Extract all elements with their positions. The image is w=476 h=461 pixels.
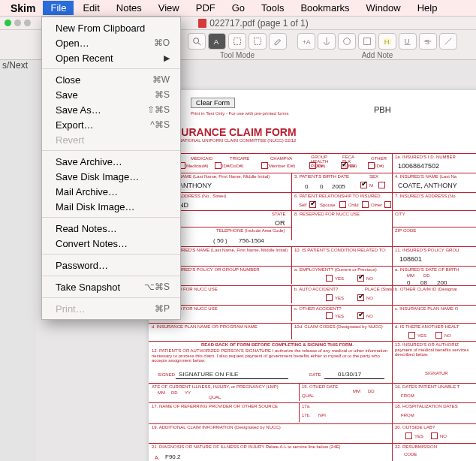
menu-close[interactable]: Close⌘W [42, 72, 180, 87]
note-box-button[interactable] [358, 33, 376, 50]
checkbox-tricare[interactable] [215, 162, 221, 169]
label-unable: 16. DATES PATIENT UNABLE T [395, 384, 459, 389]
label-diagnosis: 21. DIAGNOSIS OR NATURE OF ILLNESS OR IN… [152, 444, 341, 449]
menu-tools[interactable]: Tools [254, 1, 291, 15]
menu-save-archive[interactable]: Save Archive… [42, 154, 180, 169]
checkbox-sex-m[interactable] [360, 182, 367, 188]
label-state: STATE [272, 212, 285, 216]
label-hosp: 18. HOSPITALIZATION DATES [395, 404, 458, 408]
menu-open-recent[interactable]: Open Recent▶ [42, 50, 180, 65]
label-place: PLACE (State) [365, 287, 394, 291]
value-dd: 0 [320, 183, 323, 190]
label-other-insured: URED'S NAME (Last Name, First Name, Midd… [179, 248, 288, 252]
note-anchor-button[interactable] [318, 33, 336, 50]
label-birth: 3. PATIENT'S BIRTH DATE [294, 174, 349, 179]
menu-new-from-clipboard[interactable]: New From Clipboard [42, 20, 180, 35]
label-champva: CHAMPVA [270, 156, 292, 161]
note-circle-button[interactable] [338, 33, 356, 50]
menu-open[interactable]: Open…⌘O [42, 35, 180, 50]
checkbox-feca[interactable] [341, 162, 348, 169]
checkbox-auto-yes[interactable] [326, 294, 333, 301]
svg-rect-9 [384, 39, 392, 45]
traffic-min-icon[interactable] [14, 20, 21, 26]
menu-window[interactable]: Window [358, 1, 408, 15]
note-strikeout-button[interactable]: S [419, 33, 437, 50]
label-spouse: Spouse [320, 203, 335, 207]
menu-view[interactable]: View [151, 1, 187, 15]
note-highlight-button[interactable]: H [378, 33, 396, 50]
menu-help[interactable]: Help [410, 1, 445, 15]
app-name[interactable]: Skim [5, 2, 41, 14]
value-state: OR [275, 219, 285, 227]
value-yy: 2005 [332, 183, 345, 190]
menu-edit[interactable]: Edit [75, 1, 107, 15]
checkbox-self[interactable] [309, 201, 316, 208]
traffic-zoom-icon[interactable] [24, 20, 31, 26]
traffic-close-icon[interactable] [5, 20, 11, 26]
label-resub: 22. RESUBMISSION [395, 444, 437, 449]
checkbox-another-no[interactable] [435, 332, 442, 339]
svg-point-6 [344, 38, 351, 45]
menu-bookmarks[interactable]: Bookmarks [293, 1, 357, 15]
menu-mail-disk-image[interactable]: Mail Disk Image… [42, 199, 180, 214]
label-self: Self [299, 203, 306, 207]
menu-separator [42, 150, 180, 151]
checkbox-lab-yes[interactable] [405, 432, 412, 439]
menu-separator [42, 276, 180, 276]
menu-go[interactable]: Go [224, 1, 252, 15]
sub-champva: (Member ID#) [267, 164, 295, 168]
pdf-page: Clear Form Print in Test Only - For use … [149, 90, 476, 461]
menu-file[interactable]: File [43, 1, 74, 15]
menu-pdf[interactable]: PDF [188, 1, 223, 15]
label-ins-plan: c. INSURANCE PLAN NAME O [395, 306, 458, 311]
menu-export[interactable]: Export…^⌘S [42, 117, 180, 132]
menu-mail-archive[interactable]: Mail Archive… [42, 184, 180, 199]
checkbox-lab-no[interactable] [431, 432, 438, 439]
svg-rect-7 [364, 38, 371, 45]
corner-label: PBH [374, 105, 391, 114]
note-text-button[interactable]: +A [297, 33, 315, 50]
select-tool-button[interactable] [249, 33, 267, 50]
sidebar-stub: s/Next [0, 60, 30, 71]
checkbox-oa-no[interactable] [357, 312, 364, 319]
note-line-button[interactable] [439, 33, 457, 50]
label-zip: ZIP CODE [395, 228, 416, 233]
checkbox-another-yes[interactable] [408, 332, 415, 339]
menu-take-snapshot[interactable]: Take Snapshot⌥⌘S [42, 279, 180, 294]
label-other-claim: b. OTHER CLAIM ID (Designat [395, 287, 457, 291]
checkbox-other-rel[interactable] [384, 201, 391, 208]
svg-text:+A: +A [303, 38, 311, 46]
checkbox-sex-f[interactable] [378, 182, 385, 188]
checkbox-child[interactable] [362, 201, 369, 208]
text-tool-button[interactable]: A [208, 33, 226, 50]
note-underline-button[interactable]: U [399, 33, 417, 50]
checkbox-group[interactable] [309, 162, 316, 169]
menu-separator [42, 254, 180, 255]
menu-save-disk-image[interactable]: Save Disk Image… [42, 169, 180, 184]
menu-save[interactable]: Save⌘S [42, 87, 180, 102]
menu-save-as[interactable]: Save As…⇧⌘S [42, 102, 180, 117]
menu-convert-notes[interactable]: Convert Notes… [42, 236, 180, 251]
checkbox-emp-no[interactable] [357, 275, 364, 282]
checkbox-auto-no[interactable] [357, 294, 364, 301]
label-insured-dob: a. INSURED'S DATE OF BIRTH [395, 267, 459, 272]
snapshot-tool-button[interactable] [228, 33, 246, 50]
sub-feca: (ID#) [347, 164, 357, 168]
menu-password[interactable]: Password… [42, 258, 180, 273]
checkbox-emp-yes[interactable] [326, 275, 333, 282]
label-city: CITY [395, 212, 405, 216]
zoom-tool-button[interactable] [188, 33, 206, 50]
highlight-tool-button[interactable] [269, 33, 287, 50]
menu-separator [42, 297, 180, 298]
checkbox-oa-yes[interactable] [326, 312, 333, 319]
clear-form-button[interactable]: Clear Form [191, 98, 235, 108]
label-claim-codes: 10d. CLAIM CODES (Designated by NUCC) [294, 324, 383, 329]
checkbox-spouse[interactable] [339, 201, 346, 208]
label-reserved: 8. RESERVED FOR NUCC USE [294, 212, 360, 216]
label-referring: 17. NAME OF REFERRING PROVIDER OR OTHER … [152, 404, 278, 408]
label-employment: a. EMPLOYMENT? (Current or Previous) [294, 267, 377, 272]
menu-notes[interactable]: Notes [109, 1, 149, 15]
checkbox-champva[interactable] [261, 162, 268, 169]
checkbox-other[interactable] [368, 162, 375, 169]
menu-read-notes[interactable]: Read Notes… [42, 221, 180, 236]
